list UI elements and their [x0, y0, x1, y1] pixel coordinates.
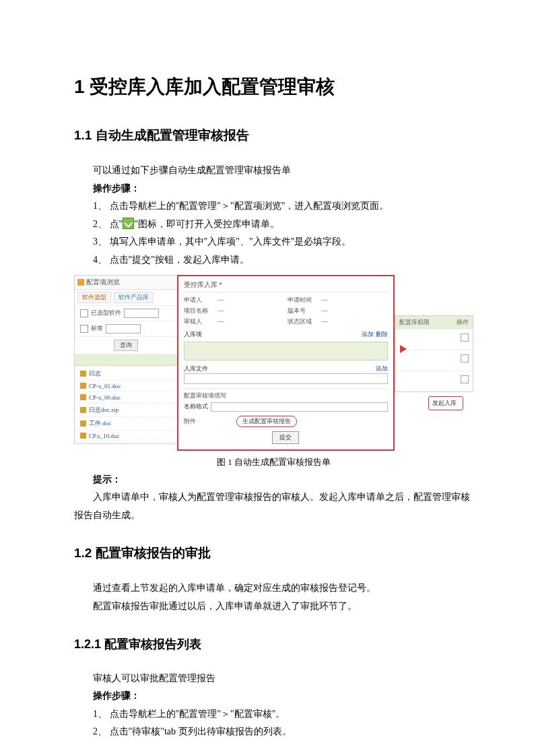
link-add-2[interactable]: 添加: [376, 365, 388, 373]
file-icon: [80, 433, 86, 439]
arrow-icon: [400, 345, 407, 353]
figure-center-form: 受控库入库 * 申请人— 申请时间— 项目名称— 版本号— 审核人— 状态区域—…: [177, 275, 395, 451]
label-file: 入库文件: [184, 365, 208, 373]
folder-icon: [77, 279, 84, 286]
checkbox-icon[interactable]: [80, 325, 88, 333]
checkbox-icon[interactable]: [461, 375, 469, 383]
figure-1-caption: 图 1 自动生成配置审核报告单: [74, 456, 473, 468]
tree-item[interactable]: CP.x_10.doc: [75, 431, 177, 442]
step-2a: 2、 点": [93, 219, 123, 229]
figure-right-header: 配置库权限 操作: [395, 316, 473, 329]
steps-label-2: 操作步骤：: [74, 687, 473, 705]
figure-left-panel: 配置项浏览 软件选型 软件产品库 已选型软件 标签 查询: [74, 275, 178, 444]
value-state: —: [322, 317, 388, 326]
checkbox-icon[interactable]: [461, 354, 469, 363]
figure-right-cell: [395, 350, 473, 371]
label-apply: 申请人: [184, 296, 215, 305]
s121-step-1: 1、 点击导航栏上的"配置管理"＞"配置审核"。: [74, 705, 473, 724]
steps-label: 操作步骤：: [74, 180, 473, 198]
figure-item-textarea[interactable]: [184, 342, 388, 360]
figure-sub-label: 名称格式: [184, 402, 208, 411]
figure-center-header: 受控库入库 *: [184, 280, 388, 292]
file-icon: [80, 420, 86, 427]
s121-step-2: 2、 点击"待审核"tab 页列出待审核报告的列表。: [74, 723, 473, 741]
figure-submit-row: 提交: [184, 431, 388, 444]
value-version: —: [322, 307, 388, 315]
figure-1: 配置项浏览 软件选型 软件产品库 已选型软件 标签 查询: [74, 275, 473, 451]
label-version: 版本号: [288, 307, 319, 315]
figure-right-table: 配置库权限 操作: [395, 315, 473, 392]
tree-item[interactable]: 日志doc.zip: [75, 404, 177, 417]
figure-tree: 日志 CP-x_01.doc CP-x_00.doc 日志doc.zip 工件.…: [75, 366, 177, 443]
label-state: 状态区域: [288, 317, 319, 326]
figure-tab-1[interactable]: 软件选型: [77, 292, 111, 303]
figure-right-cell: [395, 329, 473, 350]
step-4: 4、 点击"提交"按钮，发起入库申请。: [74, 251, 473, 270]
figure-left-header: 配置项浏览: [75, 276, 177, 290]
section-1-2-1-intro: 审核人可以审批配置管理报告: [74, 670, 473, 688]
figure-left-header-text: 配置项浏览: [86, 278, 120, 287]
hint-text: 入库申请单中，审核人为配置管理审核报告的审核人。发起入库申请单之后，配置管理审核…: [74, 489, 473, 524]
tree-item[interactable]: CP-x_00.doc: [75, 392, 177, 404]
figure-filter-label: 已选型软件: [91, 309, 121, 317]
section-1-1-intro: 可以通过如下步骤自动生成配置管理审核报告单: [74, 162, 473, 180]
heading-1-2: 1.2 配置审核报告的审批: [74, 544, 473, 562]
file-icon: [80, 407, 86, 413]
figure-submit-button[interactable]: 提交: [272, 431, 299, 444]
file-icon: [80, 394, 86, 400]
green-action-icon: [123, 218, 134, 229]
value-apply: —: [218, 296, 284, 305]
checkbox-icon[interactable]: [461, 334, 469, 342]
figure-sub-section: 配置审核项填写 名称格式 附件 生成配置审核报告 提交: [184, 388, 388, 444]
figure-query-button[interactable]: 查询: [114, 340, 138, 351]
tree-root[interactable]: 日志: [75, 367, 177, 381]
figure-right-cell: [395, 371, 473, 391]
figure-red-oval: 生成配置审核报告: [236, 416, 297, 427]
tree-item[interactable]: 工件.doc: [75, 417, 177, 431]
step-2b: "图标，即可打开入受控库申请单。: [134, 219, 279, 229]
figure-tab-2[interactable]: 软件产品库: [114, 292, 154, 303]
document-page: 1 受控库入库加入配置管理审核 1.1 自动生成配置管理审核报告 可以通过如下步…: [0, 0, 534, 756]
checkbox-icon[interactable]: [80, 309, 88, 317]
label-project: 项目名称: [184, 307, 215, 315]
heading-1: 1 受控库入库加入配置管理审核: [74, 74, 473, 100]
label-reviewer: 审核人: [184, 317, 215, 326]
section-1-2-p2: 配置审核报告审批通过以后，入库申请单就进入了审批环节了。: [74, 598, 473, 616]
figure-grid-header: [75, 354, 177, 366]
section-1-2-p1: 通过查看上节发起的入库申请单，确定对应生成的审核报告登记号。: [74, 579, 473, 598]
label-item: 入库项: [184, 330, 202, 339]
step-3: 3、 填写入库申请单，其中"入库项"、"入库文件"是必填字段。: [74, 233, 473, 251]
tree-item[interactable]: CP-x_01.doc: [75, 381, 177, 392]
step-1: 1、 点击导航栏上的"配置管理"＞"配置项浏览"，进入配置项浏览页面。: [74, 197, 473, 216]
value-project: —: [218, 307, 284, 315]
heading-1-2-1: 1.2.1 配置审核报告列表: [74, 636, 473, 652]
figure-filter-row-1: 已选型软件: [75, 306, 177, 321]
figure-file-input[interactable]: [184, 373, 388, 384]
figure-sub-header: 配置审核项填写: [184, 391, 388, 400]
step-2: 2、 点""图标，即可打开入受控库申请单。: [74, 216, 473, 234]
figure-sub-input[interactable]: [211, 402, 388, 412]
heading-1-1: 1.1 自动生成配置管理审核报告: [74, 127, 473, 144]
figure-right-panel: 配置库权限 操作 发起入库: [395, 275, 473, 410]
file-icon: [80, 383, 86, 389]
figure-query-row: 查询: [75, 337, 177, 354]
figure-filter-row-2: 标签: [75, 321, 177, 337]
value-time: —: [322, 296, 388, 305]
link-add[interactable]: 添加: [362, 331, 374, 338]
label-ext: 附件: [184, 417, 196, 426]
label-time: 申请时间: [288, 296, 319, 305]
figure-select-2[interactable]: [106, 324, 141, 334]
figure-left-tabs: 软件选型 软件产品库: [75, 290, 177, 306]
hint-label: 提示：: [74, 471, 473, 489]
link-del[interactable]: 删除: [376, 331, 388, 338]
figure-select[interactable]: [124, 309, 159, 318]
figure-red-callout: 发起入库: [428, 396, 463, 410]
figure-filter-label2: 标签: [91, 324, 103, 333]
file-icon: [80, 371, 86, 377]
figure-form-grid: 申请人— 申请时间— 项目名称— 版本号— 审核人— 状态区域—: [184, 296, 388, 326]
value-reviewer: —: [218, 317, 284, 326]
